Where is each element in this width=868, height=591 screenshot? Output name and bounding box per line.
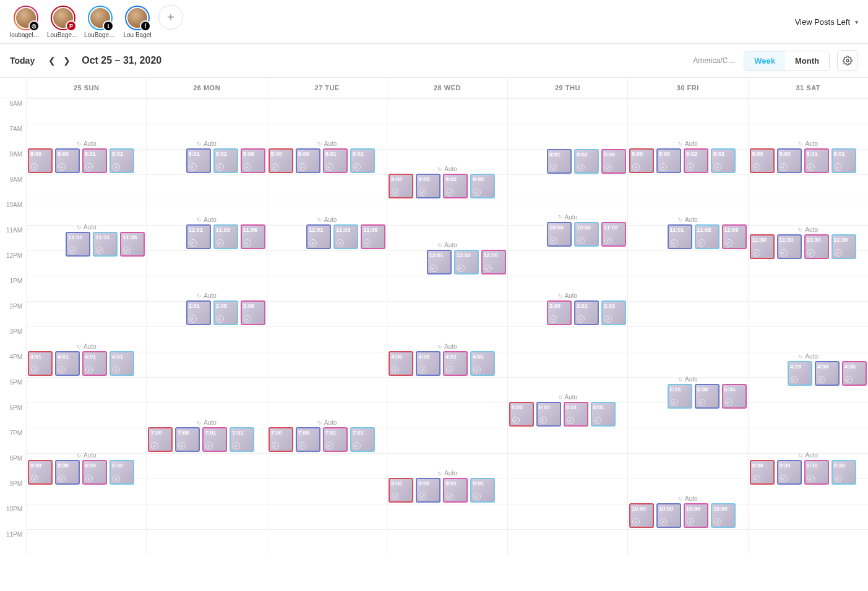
scheduled-post[interactable]: 5:25 — [668, 384, 692, 409]
scheduled-post[interactable]: 12:01 — [427, 250, 452, 274]
scheduled-post[interactable]: 8:00 — [750, 148, 775, 173]
scheduled-post[interactable]: 8:00 — [629, 148, 654, 173]
scheduled-post[interactable]: 11:03 — [213, 224, 238, 249]
scheduled-post[interactable]: 6:00 — [509, 402, 534, 427]
scheduled-post[interactable]: 4:01 — [443, 351, 468, 376]
view-posts-left[interactable]: View Posts Left ▾ — [795, 17, 858, 27]
scheduled-post[interactable]: 12:05 — [481, 250, 506, 274]
scheduled-post[interactable]: 8:06 — [601, 149, 626, 174]
scheduled-post[interactable]: 10:56 — [574, 222, 599, 247]
scheduled-post[interactable]: 7:01 — [323, 427, 348, 452]
scheduled-post[interactable]: 4:01 — [470, 351, 495, 376]
scheduled-post[interactable]: 2:05 — [213, 300, 238, 325]
scheduled-post[interactable]: 9:02 — [443, 174, 468, 198]
scheduled-post[interactable]: 8:00 — [28, 148, 53, 173]
scheduled-post[interactable]: 8:01 — [547, 149, 572, 174]
account-pin[interactable]: P LouBagel… — [47, 6, 79, 38]
scheduled-post[interactable]: 8:30 — [82, 460, 107, 485]
scheduled-post[interactable]: 11:30 — [66, 232, 90, 257]
scheduled-post[interactable]: 11:02 — [601, 222, 626, 247]
scheduled-post[interactable]: 8:02 — [574, 149, 599, 174]
scheduled-post[interactable]: 8:01 — [350, 148, 375, 173]
scheduled-post[interactable]: 9:00 — [389, 478, 413, 503]
scheduled-post[interactable]: 11:31 — [93, 232, 118, 257]
scheduled-post[interactable]: 6:00 — [536, 402, 561, 427]
scheduled-post[interactable]: 8:01 — [110, 148, 134, 173]
settings-button[interactable] — [837, 50, 858, 71]
scheduled-post[interactable]: 8:30 — [110, 460, 134, 485]
scheduled-post[interactable]: 10:00 — [711, 503, 736, 528]
scheduled-post[interactable]: 9:02 — [470, 174, 495, 198]
scheduled-post[interactable]: 12:02 — [454, 250, 479, 274]
scheduled-post[interactable]: 8:00 — [55, 148, 80, 173]
scheduled-post[interactable]: 10:00 — [629, 503, 654, 528]
scheduled-post[interactable]: 4:01 — [110, 351, 134, 376]
scheduled-post[interactable]: 10:55 — [547, 222, 572, 247]
scheduled-post[interactable]: 11:06 — [361, 224, 385, 249]
scheduled-post[interactable]: 9:00 — [416, 478, 440, 503]
scheduled-post[interactable]: 4:00 — [416, 351, 440, 376]
day-column[interactable]: Auto8:008:008:028:02Auto11:0111:0211:06A… — [627, 98, 747, 555]
scheduled-post[interactable]: 11:06 — [722, 224, 747, 249]
scheduled-post[interactable]: 11:01 — [306, 224, 331, 249]
scheduled-post[interactable]: 4:01 — [55, 351, 80, 376]
scheduled-post[interactable]: 4:00 — [389, 351, 413, 376]
scheduled-post[interactable]: 8:30 — [831, 460, 856, 485]
account-fb[interactable]: f Lou Bagel — [121, 6, 153, 38]
scheduled-post[interactable]: 11:06 — [241, 224, 265, 249]
scheduled-post[interactable]: 8:01 — [82, 148, 107, 173]
scheduled-post[interactable]: 10:00 — [656, 503, 681, 528]
scheduled-post[interactable]: 7:00 — [269, 427, 293, 452]
scheduled-post[interactable]: 7:00 — [148, 427, 173, 452]
scheduled-post[interactable]: 8:30 — [804, 460, 829, 485]
scheduled-post[interactable]: 8:01 — [804, 148, 829, 173]
next-week-button[interactable]: ❯ — [59, 53, 74, 68]
scheduled-post[interactable]: 4:35 — [842, 361, 867, 386]
day-column[interactable]: Auto8:018:028:06Auto11:0111:0311:06Auto2… — [146, 98, 266, 555]
scheduled-post[interactable]: 7:01 — [350, 427, 375, 452]
scheduled-post[interactable]: 2:06 — [241, 300, 265, 325]
scheduled-post[interactable]: 2:02 — [601, 300, 626, 325]
month-view-button[interactable]: Month — [785, 51, 829, 70]
scheduled-post[interactable]: 4:01 — [28, 351, 53, 376]
scheduled-post[interactable]: 4:01 — [82, 351, 107, 376]
scheduled-post[interactable]: 8:06 — [241, 148, 265, 173]
scheduled-post[interactable]: 4:30 — [815, 361, 840, 386]
scheduled-post[interactable]: 8:30 — [750, 460, 775, 485]
scheduled-post[interactable]: 5:30 — [695, 384, 720, 409]
scheduled-post[interactable]: 7:00 — [296, 427, 320, 452]
scheduled-post[interactable]: 11:01 — [668, 224, 692, 249]
scheduled-post[interactable]: 7:00 — [175, 427, 200, 452]
today-button[interactable]: Today — [10, 56, 35, 66]
scheduled-post[interactable]: 6:01 — [564, 402, 588, 427]
scheduled-post[interactable]: 2:01 — [574, 300, 599, 325]
timezone-label[interactable]: America/Chi… — [693, 56, 736, 65]
scheduled-post[interactable]: 8:02 — [711, 148, 736, 173]
scheduled-post[interactable]: 11:35 — [120, 232, 145, 257]
prev-week-button[interactable]: ❮ — [45, 53, 59, 68]
scheduled-post[interactable]: 4:28 — [788, 361, 812, 386]
scheduled-post[interactable]: 11:30 — [750, 234, 775, 259]
day-column[interactable]: Auto8:008:008:018:01Auto11:3011:3011:301… — [748, 98, 868, 555]
scheduled-post[interactable]: 8:30 — [777, 460, 802, 485]
scheduled-post[interactable]: 11:03 — [333, 224, 358, 249]
scheduled-post[interactable]: 11:30 — [777, 234, 802, 259]
day-column[interactable]: Auto8:008:008:018:01Auto11:3011:3111:35A… — [26, 98, 146, 555]
scheduled-post[interactable]: 8:00 — [656, 148, 681, 173]
scheduled-post[interactable]: 2:00 — [547, 300, 572, 325]
scheduled-post[interactable]: 8:01 — [186, 148, 211, 173]
scheduled-post[interactable]: 6:01 — [591, 402, 616, 427]
scheduled-post[interactable]: 11:30 — [804, 234, 829, 259]
scheduled-post[interactable]: 9:00 — [416, 174, 440, 198]
day-column[interactable]: 8:018:028:06Auto10:5510:5611:02Auto2:002… — [507, 98, 627, 555]
account-tw[interactable]: t LouBagel… — [84, 6, 116, 38]
scheduled-post[interactable]: 9:01 — [470, 478, 495, 503]
scheduled-post[interactable]: 2:01 — [186, 300, 211, 325]
scheduled-post[interactable]: 8:00 — [296, 148, 320, 173]
scheduled-post[interactable]: 11:02 — [695, 224, 720, 249]
scheduled-post[interactable]: 7:01 — [230, 427, 254, 452]
scheduled-post[interactable]: 11:01 — [186, 224, 211, 249]
account-ig[interactable]: ◎ loubagelc… — [10, 6, 42, 38]
scheduled-post[interactable]: 7:01 — [202, 427, 227, 452]
scheduled-post[interactable]: 10:00 — [684, 503, 708, 528]
